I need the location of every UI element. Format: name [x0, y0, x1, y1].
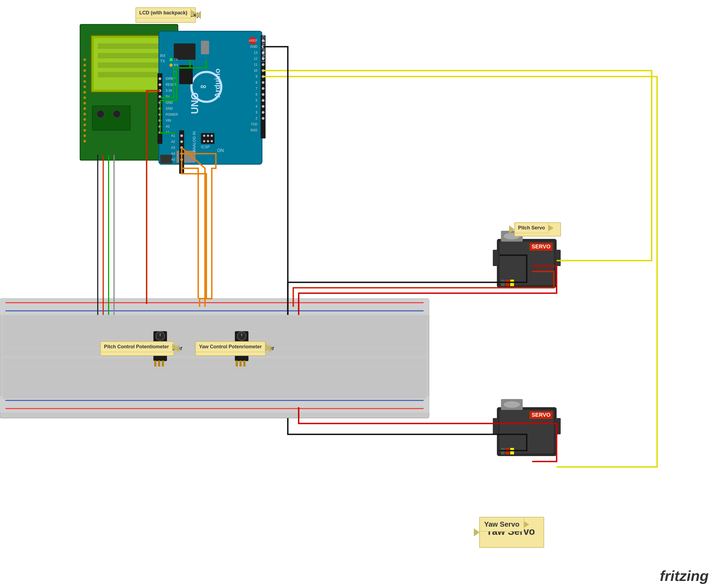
svg-rect-25	[98, 72, 160, 77]
svg-point-60	[262, 39, 265, 42]
svg-rect-173	[162, 360, 164, 366]
svg-text:SERVO: SERVO	[532, 244, 551, 250]
svg-point-128	[207, 140, 209, 142]
svg-text:8: 8	[255, 81, 257, 84]
svg-text:L: L	[174, 69, 176, 73]
pitch-pot-label: Pitch Control Potentiometer	[101, 341, 172, 352]
svg-point-63	[262, 57, 265, 60]
svg-rect-156	[501, 399, 523, 410]
svg-rect-171	[154, 360, 156, 366]
svg-point-35	[83, 102, 86, 105]
svg-rect-5	[0, 404, 429, 413]
svg-text:DIGITAL (PWM~): DIGITAL (PWM~)	[261, 33, 266, 62]
svg-marker-153	[509, 225, 514, 233]
svg-text:7: 7	[255, 87, 257, 90]
svg-point-38	[83, 118, 86, 121]
svg-text:A0: A0	[166, 125, 170, 128]
svg-point-45	[113, 110, 121, 118]
svg-text:A1: A1	[171, 134, 175, 138]
svg-rect-154	[497, 407, 556, 456]
svg-text:3.3V: 3.3V	[166, 89, 172, 92]
svg-text:RX: RX	[174, 63, 178, 67]
svg-rect-163	[493, 418, 498, 434]
svg-text:ICSP: ICSP	[201, 145, 210, 149]
svg-rect-23	[98, 53, 160, 58]
svg-text:A3: A3	[171, 146, 175, 150]
svg-text:A5: A5	[171, 158, 175, 162]
svg-text:11: 11	[254, 63, 258, 66]
svg-text:RESET: RESET	[166, 83, 177, 87]
svg-rect-182	[243, 360, 246, 366]
svg-text:VIN: VIN	[166, 119, 171, 122]
svg-point-97	[159, 113, 161, 116]
svg-text:Arduino: Arduino	[213, 69, 222, 98]
svg-text:TX: TX	[174, 58, 178, 62]
svg-point-61	[262, 45, 265, 48]
svg-point-125	[207, 135, 209, 137]
svg-point-126	[211, 135, 213, 137]
svg-rect-26	[83, 54, 87, 109]
svg-rect-123	[201, 133, 214, 144]
svg-point-36	[83, 107, 86, 110]
svg-point-31	[83, 80, 86, 83]
svg-rect-18	[3, 391, 426, 399]
svg-point-98	[159, 119, 161, 122]
svg-rect-155	[500, 410, 554, 453]
svg-rect-16	[3, 375, 426, 382]
svg-rect-150	[555, 250, 561, 266]
svg-text:POWER: POWER	[166, 113, 178, 117]
svg-point-115	[180, 152, 183, 155]
svg-rect-164	[555, 418, 561, 434]
svg-point-100	[159, 131, 161, 134]
svg-rect-0	[0, 299, 429, 418]
svg-point-112	[180, 134, 183, 137]
svg-point-92	[159, 83, 161, 86]
svg-point-73	[262, 117, 265, 120]
svg-point-143	[504, 233, 520, 239]
svg-text:6: 6	[255, 92, 257, 97]
svg-text:TX: TX	[160, 59, 165, 63]
svg-text:∞: ∞	[201, 82, 206, 91]
svg-rect-158	[529, 411, 552, 419]
svg-point-129	[211, 140, 213, 142]
yaw-pot-label: Yaw Control Potenriometer	[195, 341, 265, 352]
svg-rect-43	[92, 106, 130, 130]
svg-rect-1	[0, 299, 429, 307]
svg-rect-162	[510, 448, 514, 455]
svg-rect-146	[501, 280, 505, 286]
svg-point-91	[159, 77, 161, 80]
svg-text:GND: GND	[166, 101, 173, 105]
svg-rect-22	[98, 43, 160, 49]
svg-point-68	[262, 87, 265, 90]
svg-rect-17	[3, 383, 426, 391]
svg-rect-147	[506, 280, 509, 286]
svg-text:13: 13	[254, 51, 258, 55]
svg-text:5: 5	[255, 99, 257, 102]
svg-point-114	[180, 146, 183, 149]
lcd-note-label: LCD (with backpack)	[136, 7, 191, 18]
svg-rect-90	[157, 73, 162, 144]
svg-text:ANALOG IN: ANALOG IN	[192, 131, 196, 152]
svg-point-39	[83, 124, 86, 126]
svg-point-127	[203, 140, 205, 142]
svg-text:GND: GND	[166, 107, 173, 110]
svg-point-96	[159, 107, 161, 110]
svg-text:5V: 5V	[166, 95, 170, 99]
svg-rect-9	[3, 315, 426, 323]
svg-text:A2: A2	[171, 140, 175, 144]
svg-rect-3	[0, 307, 429, 315]
svg-rect-20	[91, 35, 167, 92]
svg-rect-172	[158, 360, 160, 366]
svg-rect-11	[3, 332, 426, 339]
svg-point-116	[180, 158, 183, 161]
svg-point-124	[203, 135, 205, 137]
svg-point-99	[159, 125, 161, 128]
svg-point-34	[83, 97, 86, 99]
svg-rect-7	[0, 396, 429, 404]
svg-point-40	[83, 129, 86, 132]
svg-text:UNO: UNO	[189, 92, 201, 114]
svg-text:RX: RX	[160, 54, 166, 58]
svg-text:2: 2	[255, 117, 257, 120]
svg-rect-57	[201, 41, 209, 54]
svg-text:RXD: RXD	[251, 128, 258, 132]
